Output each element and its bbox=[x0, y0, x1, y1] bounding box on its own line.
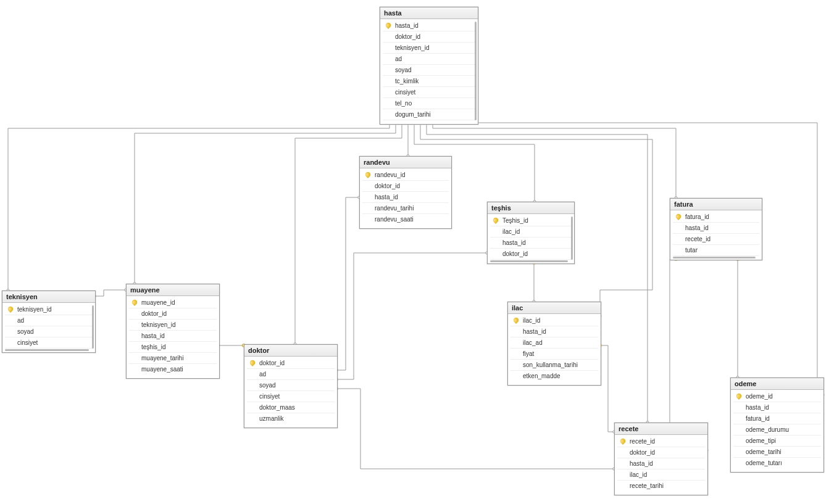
column-row[interactable]: tutar bbox=[673, 245, 759, 256]
column-row[interactable]: doktor_id bbox=[383, 31, 475, 43]
scrollbar-vertical[interactable] bbox=[571, 217, 573, 260]
column-row[interactable]: recete_tarihi bbox=[617, 481, 705, 491]
column-row[interactable]: cinsiyet bbox=[383, 87, 475, 98]
relationship-line[interactable] bbox=[670, 259, 707, 450]
table-header[interactable]: ilac bbox=[508, 302, 601, 314]
column-row[interactable]: odeme_tutarı bbox=[733, 458, 821, 468]
relationship-line[interactable] bbox=[336, 197, 359, 370]
column-row[interactable]: randevu_tarihi bbox=[362, 203, 449, 214]
table-header[interactable]: fatura bbox=[670, 199, 762, 210]
column-row[interactable]: doktor_id bbox=[362, 181, 449, 192]
column-row[interactable]: etken_madde bbox=[510, 371, 598, 381]
column-row[interactable]: tel_no bbox=[383, 98, 475, 109]
column-row[interactable]: recete_id bbox=[617, 436, 705, 447]
column-row[interactable]: tc_kimlik bbox=[383, 76, 475, 87]
column-row[interactable]: dogum_tarihi bbox=[383, 109, 475, 120]
scrollbar-vertical[interactable] bbox=[475, 22, 477, 120]
column-row[interactable]: randevu_saati bbox=[362, 214, 449, 225]
column-name: hasta_id bbox=[375, 194, 446, 200]
relationship-line[interactable] bbox=[433, 122, 676, 198]
column-row[interactable]: teknisyen_id bbox=[383, 43, 475, 54]
table-header[interactable]: odeme bbox=[731, 378, 823, 390]
column-row[interactable]: fatura_id bbox=[733, 413, 821, 424]
column-row[interactable]: randevu_id bbox=[362, 170, 449, 181]
column-row[interactable]: recete_id bbox=[673, 234, 759, 245]
relationship-line[interactable] bbox=[336, 389, 614, 469]
table-header[interactable]: randevu bbox=[360, 157, 451, 168]
column-row[interactable]: cinsiyet bbox=[5, 337, 93, 349]
table-header[interactable]: muayene bbox=[127, 284, 219, 296]
scrollbar-horizontal[interactable] bbox=[5, 349, 89, 351]
column-row[interactable]: soyad bbox=[5, 326, 93, 337]
column-name: odeme_tarihi bbox=[746, 448, 819, 455]
column-row[interactable]: ilac_id bbox=[617, 469, 705, 481]
table-teshis[interactable]: teşhisTeşhis_idilac_idhasta_iddoktor_id bbox=[487, 202, 575, 264]
column-row[interactable]: ilac_id bbox=[490, 226, 572, 238]
column-row[interactable]: hasta_id bbox=[510, 326, 598, 337]
column-name: dogum_tarihi bbox=[395, 111, 473, 118]
column-row[interactable]: muayene_tarihi bbox=[129, 353, 217, 364]
column-row[interactable]: Teşhis_id bbox=[490, 215, 572, 226]
column-row[interactable]: teknisyen_id bbox=[129, 320, 217, 331]
column-row[interactable]: hasta_id bbox=[617, 458, 705, 469]
column-row[interactable]: hasta_id bbox=[129, 331, 217, 342]
column-row[interactable]: teşhis_id bbox=[129, 342, 217, 353]
table-header[interactable]: teşhis bbox=[488, 202, 574, 214]
column-row[interactable]: hasta_id bbox=[733, 402, 821, 413]
column-row[interactable]: soyad bbox=[383, 65, 475, 76]
column-row[interactable]: hasta_id bbox=[673, 223, 759, 234]
column-row[interactable]: teknisyen_id bbox=[5, 304, 93, 315]
scrollbar-horizontal[interactable] bbox=[673, 257, 756, 258]
table-hasta[interactable]: hastahasta_iddoktor_idteknisyen_idadsoya… bbox=[380, 7, 478, 125]
column-row[interactable]: fatura_id bbox=[673, 212, 759, 223]
relationship-line[interactable] bbox=[8, 122, 390, 291]
table-muayene[interactable]: muayenemuayene_iddoktor_idteknisyen_idha… bbox=[126, 284, 220, 379]
relationship-line[interactable] bbox=[295, 122, 402, 344]
scrollbar-vertical[interactable] bbox=[92, 305, 94, 349]
column-row[interactable]: soyad bbox=[247, 380, 335, 391]
column-row[interactable]: doktor_id bbox=[247, 358, 335, 369]
column-row[interactable]: fiyat bbox=[510, 349, 598, 360]
column-row[interactable]: doktor_maas bbox=[247, 402, 335, 413]
column-row[interactable]: hasta_id bbox=[383, 20, 475, 31]
table-header[interactable]: doktor bbox=[244, 345, 337, 357]
primary-key-icon bbox=[620, 438, 627, 445]
relationship-line[interactable] bbox=[94, 290, 126, 296]
table-fatura[interactable]: faturafatura_idhasta_idrecete_idtutar bbox=[670, 198, 762, 260]
column-row[interactable]: ad bbox=[5, 315, 93, 326]
column-row[interactable]: uzmanlik bbox=[247, 413, 335, 424]
scrollbar-horizontal[interactable] bbox=[490, 260, 568, 262]
table-teknisyen[interactable]: teknisyenteknisyen_idadsoyadcinsiyet bbox=[2, 291, 96, 353]
table-ilac[interactable]: ilacilac_idhasta_idilac_adfiyatson_kulla… bbox=[507, 302, 601, 386]
column-row[interactable]: doktor_id bbox=[129, 308, 217, 320]
relationship-line[interactable] bbox=[336, 253, 487, 379]
column-row[interactable]: ilac_id bbox=[510, 315, 598, 326]
column-row[interactable]: cinsiyet bbox=[247, 391, 335, 402]
column-row[interactable]: ad bbox=[383, 54, 475, 65]
column-row[interactable]: doktor_id bbox=[490, 249, 572, 260]
column-row[interactable]: hasta_id bbox=[490, 238, 572, 249]
table-odeme[interactable]: odemeodeme_idhasta_idfatura_idodeme_duru… bbox=[730, 378, 824, 473]
er-diagram-canvas[interactable]: hastahasta_iddoktor_idteknisyen_idadsoya… bbox=[0, 0, 829, 504]
table-header[interactable]: hasta bbox=[380, 7, 478, 19]
table-recete[interactable]: receterecete_iddoktor_idhasta_idilac_idr… bbox=[614, 423, 708, 495]
column-name: doktor_id bbox=[141, 310, 214, 317]
relationship-line[interactable] bbox=[600, 345, 614, 432]
column-row[interactable]: ilac_ad bbox=[510, 337, 598, 349]
table-header[interactable]: teknisyen bbox=[2, 291, 95, 303]
column-row[interactable]: odeme_id bbox=[733, 391, 821, 402]
column-row[interactable]: odeme_durumu bbox=[733, 424, 821, 436]
column-row[interactable]: muayene_saati bbox=[129, 364, 217, 374]
column-row[interactable]: doktor_id bbox=[617, 447, 705, 458]
column-name: teknisyen_id bbox=[395, 44, 473, 51]
table-header[interactable]: recete bbox=[615, 423, 707, 435]
relationship-line[interactable] bbox=[135, 122, 396, 284]
column-row[interactable]: hasta_id bbox=[362, 192, 449, 203]
table-randevu[interactable]: randevurandevu_iddoktor_idhasta_idrandev… bbox=[359, 156, 452, 229]
column-row[interactable]: son_kullanma_tarihi bbox=[510, 360, 598, 371]
column-row[interactable]: odeme_tipi bbox=[733, 436, 821, 447]
table-doktor[interactable]: doktordoktor_idadsoyadcinsiyetdoktor_maa… bbox=[244, 344, 338, 428]
column-row[interactable]: muayene_id bbox=[129, 297, 217, 308]
column-row[interactable]: ad bbox=[247, 369, 335, 380]
column-row[interactable]: odeme_tarihi bbox=[733, 447, 821, 458]
